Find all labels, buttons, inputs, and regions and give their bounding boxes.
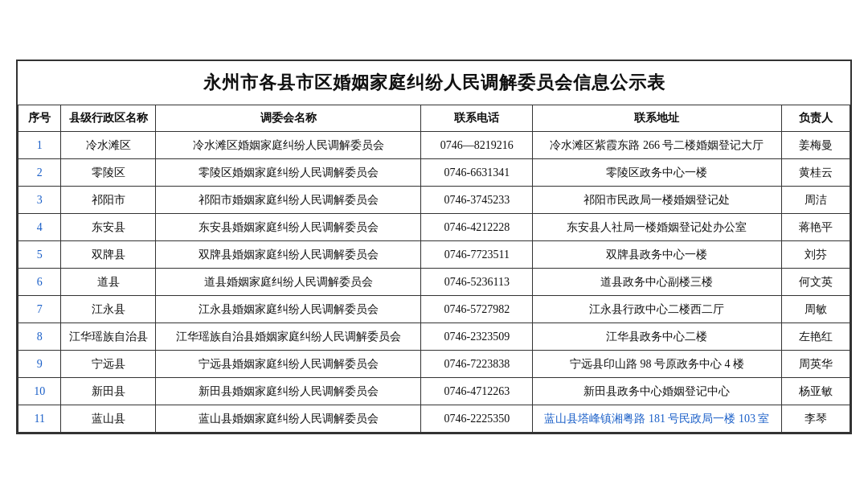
cell-committee: 祁阳市婚姻家庭纠纷人民调解委员会 [155,186,421,213]
cell-committee: 道县婚姻家庭纠纷人民调解委员会 [155,268,421,295]
cell-person: 黄桂云 [781,158,850,186]
cell-address: 东安县人社局一楼婚姻登记处办公室 [533,213,781,240]
cell-seq: 7 [18,295,61,323]
table-row: 10新田县新田县婚姻家庭纠纷人民调解委员会0746-4712263新田县政务中心… [18,377,850,405]
cell-address: 冷水滩区紫霞东路 266 号二楼婚姻登记大厅 [533,131,781,158]
cell-district: 祁阳市 [61,186,155,213]
cell-person: 左艳红 [781,323,850,350]
cell-phone: 0746-6631341 [421,158,533,186]
cell-address: 双牌县政务中心一楼 [533,240,781,268]
table-row: 5双牌县双牌县婚姻家庭纠纷人民调解委员会0746-7723511双牌县政务中心一… [18,240,850,268]
cell-committee: 双牌县婚姻家庭纠纷人民调解委员会 [155,240,421,268]
header-district: 县级行政区名称 [61,105,155,131]
cell-address: 蓝山县塔峰镇湘粤路 181 号民政局一楼 103 室 [533,405,781,432]
table-row: 11蓝山县蓝山县婚姻家庭纠纷人民调解委员会0746-2225350蓝山县塔峰镇湘… [18,405,850,432]
cell-person: 李琴 [781,405,850,432]
page-title: 永州市各县市区婚姻家庭纠纷人民调解委员会信息公示表 [18,61,850,105]
table-body: 1冷水滩区冷水滩区婚姻家庭纠纷人民调解委员会0746—8219216冷水滩区紫霞… [18,131,850,432]
cell-address: 新田县政务中心婚姻登记中心 [533,377,781,405]
header-phone: 联系电话 [421,105,533,131]
cell-person: 周洁 [781,186,850,213]
cell-phone: 0746-2225350 [421,405,533,432]
cell-person: 刘芬 [781,240,850,268]
table-row: 3祁阳市祁阳市婚姻家庭纠纷人民调解委员会0746-3745233祁阳市民政局一楼… [18,186,850,213]
cell-address: 零陵区政务中心一楼 [533,158,781,186]
header-person: 负责人 [781,105,850,131]
cell-person: 姜梅曼 [781,131,850,158]
cell-district: 江华瑶族自治县 [61,323,155,350]
main-container: 永州市各县市区婚姻家庭纠纷人民调解委员会信息公示表 序号 县级行政区名称 调委会… [16,60,852,434]
cell-phone: 0746-2323509 [421,323,533,350]
cell-person: 蒋艳平 [781,213,850,240]
cell-seq: 3 [18,186,61,213]
cell-phone: 0746-3745233 [421,186,533,213]
table-row: 9宁远县宁远县婚姻家庭纠纷人民调解委员会0746-7223838宁远县印山路 9… [18,350,850,377]
cell-district: 江永县 [61,295,155,323]
cell-person: 杨亚敏 [781,377,850,405]
cell-phone: 0746—8219216 [421,131,533,158]
cell-district: 道县 [61,268,155,295]
cell-address: 江永县行政中心二楼西二厅 [533,295,781,323]
cell-committee: 宁远县婚姻家庭纠纷人民调解委员会 [155,350,421,377]
cell-phone: 0746-5727982 [421,295,533,323]
cell-seq: 9 [18,350,61,377]
cell-phone: 0746-4712263 [421,377,533,405]
header-seq: 序号 [18,105,61,131]
table-row: 6道县道县婚姻家庭纠纷人民调解委员会0746-5236113道县政务中心副楼三楼… [18,268,850,295]
table-row: 1冷水滩区冷水滩区婚姻家庭纠纷人民调解委员会0746—8219216冷水滩区紫霞… [18,131,850,158]
cell-address: 道县政务中心副楼三楼 [533,268,781,295]
cell-seq: 6 [18,268,61,295]
cell-committee: 新田县婚姻家庭纠纷人民调解委员会 [155,377,421,405]
cell-phone: 0746-7223838 [421,350,533,377]
header-committee: 调委会名称 [155,105,421,131]
cell-seq: 4 [18,213,61,240]
cell-committee: 江永县婚姻家庭纠纷人民调解委员会 [155,295,421,323]
cell-phone: 0746-5236113 [421,268,533,295]
cell-district: 冷水滩区 [61,131,155,158]
cell-committee: 东安县婚姻家庭纠纷人民调解委员会 [155,213,421,240]
cell-seq: 1 [18,131,61,158]
cell-person: 周敏 [781,295,850,323]
header-address: 联系地址 [533,105,781,131]
cell-committee: 冷水滩区婚姻家庭纠纷人民调解委员会 [155,131,421,158]
cell-district: 东安县 [61,213,155,240]
cell-person: 何文英 [781,268,850,295]
cell-address: 祁阳市民政局一楼婚姻登记处 [533,186,781,213]
cell-phone: 0746-4212228 [421,213,533,240]
cell-address: 江华县政务中心二楼 [533,323,781,350]
info-table: 序号 县级行政区名称 调委会名称 联系电话 联系地址 负责人 1冷水滩区冷水滩区… [18,105,850,433]
cell-seq: 2 [18,158,61,186]
cell-seq: 5 [18,240,61,268]
cell-person: 周英华 [781,350,850,377]
cell-district: 蓝山县 [61,405,155,432]
cell-seq: 11 [18,405,61,432]
cell-district: 零陵区 [61,158,155,186]
cell-committee: 蓝山县婚姻家庭纠纷人民调解委员会 [155,405,421,432]
cell-district: 新田县 [61,377,155,405]
cell-address: 宁远县印山路 98 号原政务中心 4 楼 [533,350,781,377]
cell-district: 宁远县 [61,350,155,377]
table-row: 7江永县江永县婚姻家庭纠纷人民调解委员会0746-5727982江永县行政中心二… [18,295,850,323]
cell-phone: 0746-7723511 [421,240,533,268]
cell-committee: 零陵区婚姻家庭纠纷人民调解委员会 [155,158,421,186]
cell-seq: 8 [18,323,61,350]
cell-seq: 10 [18,377,61,405]
table-row: 2零陵区零陵区婚姻家庭纠纷人民调解委员会0746-6631341零陵区政务中心一… [18,158,850,186]
table-row: 8江华瑶族自治县江华瑶族自治县婚姻家庭纠纷人民调解委员会0746-2323509… [18,323,850,350]
table-row: 4东安县东安县婚姻家庭纠纷人民调解委员会0746-4212228东安县人社局一楼… [18,213,850,240]
cell-committee: 江华瑶族自治县婚姻家庭纠纷人民调解委员会 [155,323,421,350]
table-header-row: 序号 县级行政区名称 调委会名称 联系电话 联系地址 负责人 [18,105,850,131]
cell-district: 双牌县 [61,240,155,268]
